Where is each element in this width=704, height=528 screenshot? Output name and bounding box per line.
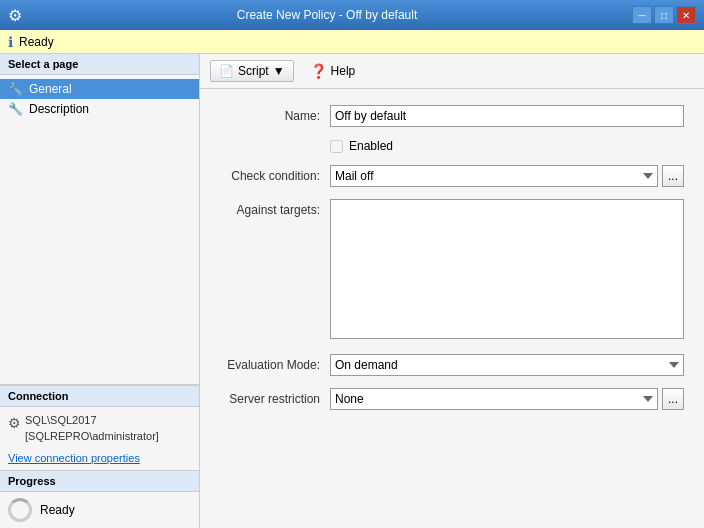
evaluation-mode-select[interactable]: On demand On change: prevent On change: … — [330, 354, 684, 376]
name-row: Name: — [220, 105, 684, 127]
against-targets-label: Against targets: — [220, 199, 330, 217]
general-label: General — [29, 82, 72, 96]
main-layout: Select a page 🔧 General 🔧 Description Co… — [0, 54, 704, 528]
enabled-label: Enabled — [349, 139, 393, 153]
select-page-header: Select a page — [0, 54, 199, 75]
script-label: Script — [238, 64, 269, 78]
name-input-area — [330, 105, 684, 127]
description-label: Description — [29, 102, 89, 116]
close-button[interactable]: ✕ — [676, 6, 696, 24]
script-dropdown-icon: ▼ — [273, 64, 285, 78]
server-restriction-select[interactable]: None — [330, 388, 658, 410]
help-icon: ❓ — [310, 63, 327, 79]
enabled-row: Enabled — [330, 139, 684, 153]
server-restriction-control: None ... — [330, 388, 684, 410]
view-connection-properties-link[interactable]: View connection properties — [0, 450, 199, 470]
window-controls: ─ □ ✕ — [632, 6, 696, 24]
server-restriction-label: Server restriction — [220, 392, 330, 406]
server-restriction-ellipsis-button[interactable]: ... — [662, 388, 684, 410]
against-targets-control — [330, 199, 684, 342]
connection-section: Connection ⚙ SQL\SQL2017 [SQLREPRO\admin… — [0, 384, 199, 470]
wrench-icon: 🔧 — [8, 82, 23, 96]
name-input[interactable] — [330, 105, 684, 127]
check-condition-ellipsis-button[interactable]: ... — [662, 165, 684, 187]
connection-header: Connection — [0, 385, 199, 407]
against-targets-row: Against targets: — [220, 199, 684, 342]
status-bar: ℹ Ready — [0, 30, 704, 54]
left-panel: Select a page 🔧 General 🔧 Description Co… — [0, 54, 200, 528]
evaluation-mode-label: Evaluation Mode: — [220, 358, 330, 372]
connection-info: ⚙ SQL\SQL2017 [SQLREPRO\administrator] — [0, 407, 199, 450]
name-label: Name: — [220, 109, 330, 123]
progress-header: Progress — [0, 470, 199, 492]
help-label: Help — [331, 64, 356, 78]
script-button[interactable]: 📄 Script ▼ — [210, 60, 294, 82]
server-restriction-row: Server restriction None ... — [220, 388, 684, 410]
status-text: Ready — [19, 35, 54, 49]
sidebar-item-general[interactable]: 🔧 General — [0, 79, 199, 99]
wrench-icon-2: 🔧 — [8, 102, 23, 116]
progress-text: Ready — [40, 503, 75, 517]
enabled-checkbox[interactable] — [330, 140, 343, 153]
title-bar: ⚙ Create New Policy - Off by default ─ □… — [0, 0, 704, 30]
progress-spinner — [8, 498, 32, 522]
server-icon: ⚙ — [8, 415, 21, 431]
check-condition-row: Check condition: Mail off Mail on Custom… — [220, 165, 684, 187]
connection-server: SQL\SQL2017 — [25, 413, 159, 428]
help-button[interactable]: ❓ Help — [302, 60, 364, 82]
content-area: Name: Enabled Check condition: Mail off … — [200, 89, 704, 528]
connection-details: SQL\SQL2017 [SQLREPRO\administrator] — [25, 413, 159, 444]
sidebar-item-description[interactable]: 🔧 Description — [0, 99, 199, 119]
toolbar: 📄 Script ▼ ❓ Help — [200, 54, 704, 89]
against-targets-textarea[interactable] — [330, 199, 684, 339]
status-icon: ℹ — [8, 34, 13, 50]
check-condition-control: Mail off Mail on Custom ... — [330, 165, 684, 187]
script-icon: 📄 — [219, 64, 234, 78]
evaluation-mode-control: On demand On change: prevent On change: … — [330, 354, 684, 376]
minimize-button[interactable]: ─ — [632, 6, 652, 24]
progress-content: Ready — [0, 492, 199, 528]
maximize-button[interactable]: □ — [654, 6, 674, 24]
check-condition-select[interactable]: Mail off Mail on Custom — [330, 165, 658, 187]
window-title: Create New Policy - Off by default — [22, 8, 632, 22]
evaluation-mode-row: Evaluation Mode: On demand On change: pr… — [220, 354, 684, 376]
right-panel: 📄 Script ▼ ❓ Help Name: Enabled — [200, 54, 704, 528]
check-condition-label: Check condition: — [220, 169, 330, 183]
progress-section: Progress Ready — [0, 470, 199, 528]
nav-items: 🔧 General 🔧 Description — [0, 75, 199, 123]
connection-user: [SQLREPRO\administrator] — [25, 429, 159, 444]
app-icon: ⚙ — [8, 6, 22, 25]
